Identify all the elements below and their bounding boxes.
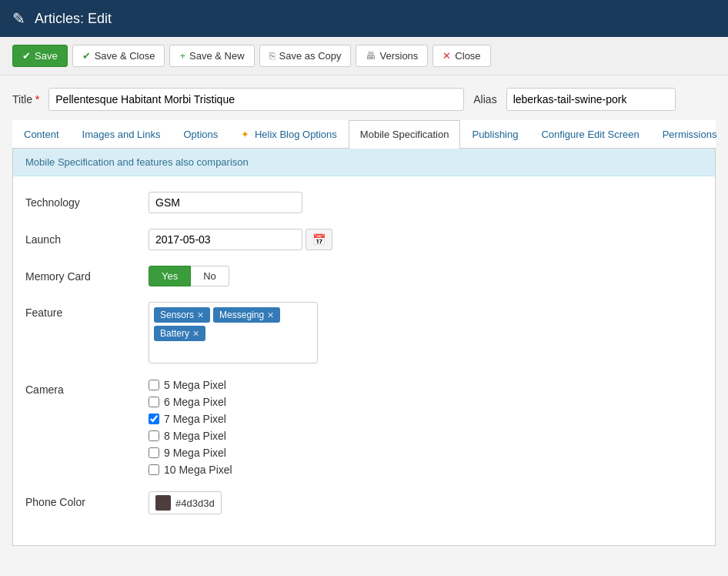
color-picker-button[interactable]: #4d3d3d [149,491,222,514]
panel: Mobile Specification and features also c… [12,149,716,546]
phone-color-row: Phone Color #4d3d3d [25,491,703,514]
feature-label: Feature [25,302,149,319]
save-new-label: Save & New [189,50,245,62]
tag-battery: Battery ✕ [154,326,205,341]
tab-mobile[interactable]: Mobile Specification [349,120,461,149]
memory-card-no-button[interactable]: No [191,266,229,286]
tabs: Content Images and Links Options ✦ Helix… [12,120,716,149]
launch-label: Launch [25,229,149,246]
page-title: Articles: Edit [35,11,112,27]
versions-button[interactable]: 🖶 Versions [356,45,428,67]
technology-input[interactable] [149,192,302,213]
close-button[interactable]: ✕ Close [432,45,490,67]
launch-row: Launch 📅 [25,229,703,250]
top-header: ✎ Articles: Edit [0,0,728,37]
camera-label: Camera [25,379,149,396]
versions-icon: 🖶 [366,50,376,62]
close-x-icon: ✕ [442,50,451,62]
camera-8mp-checkbox[interactable] [149,430,159,441]
tab-permissions[interactable]: Permissions [651,120,728,148]
camera-6mp[interactable]: 6 Mega Pixel [149,396,703,408]
tab-content[interactable]: Content [12,120,71,148]
content-area: Title * Alias Content Images and Links O… [0,75,728,558]
tag-battery-close[interactable]: ✕ [192,329,199,339]
calendar-button[interactable]: 📅 [306,229,332,250]
memory-card-yes-button[interactable]: Yes [149,266,191,286]
color-value: #4d3d3d [175,497,215,509]
save-label: Save [35,50,58,62]
save-copy-icon: ⎘ [269,50,276,62]
tab-images[interactable]: Images and Links [71,120,172,148]
save-copy-label: Save as Copy [279,50,342,62]
feature-row: Feature Sensors ✕ Messeging ✕ Battery [25,302,703,363]
tab-helix[interactable]: ✦ Helix Blog Options [229,120,349,148]
feature-box[interactable]: Sensors ✕ Messeging ✕ Battery ✕ [149,302,318,363]
technology-control [149,192,703,213]
feature-control: Sensors ✕ Messeging ✕ Battery ✕ [149,302,703,363]
save-close-check-icon: ✔ [82,50,91,62]
save-close-label: Save & Close [95,50,155,62]
tag-messeging: Messeging ✕ [213,307,280,323]
save-new-button[interactable]: + Save & New [169,45,254,67]
date-input-wrap: 📅 [149,229,703,250]
camera-row: Camera 5 Mega Pixel 6 Mega Pixel [25,379,703,476]
color-swatch [155,495,171,511]
edit-icon: ✎ [12,9,25,28]
memory-card-row: Memory Card Yes No [25,266,703,286]
memory-card-label: Memory Card [25,266,149,283]
camera-8mp[interactable]: 8 Mega Pixel [149,430,703,442]
camera-5mp-checkbox[interactable] [149,380,159,390]
panel-info: Mobile Specification and features also c… [13,149,715,176]
calendar-icon: 📅 [312,233,326,246]
title-input[interactable] [48,88,464,111]
tab-publishing[interactable]: Publishing [460,120,529,148]
launch-control: 📅 [149,229,703,250]
camera-10mp[interactable]: 10 Mega Pixel [149,464,703,476]
alias-input[interactable] [506,88,676,111]
panel-body: Technology Launch 📅 [13,176,715,545]
versions-label: Versions [379,50,418,62]
tag-messeging-close[interactable]: ✕ [267,310,274,320]
camera-9mp-checkbox[interactable] [149,447,159,458]
camera-5mp[interactable]: 5 Mega Pixel [149,379,703,391]
close-label: Close [455,50,480,62]
camera-checkbox-group: 5 Mega Pixel 6 Mega Pixel 7 Mega Pixel [149,379,703,476]
camera-7mp-checkbox[interactable] [149,414,159,424]
camera-control: 5 Mega Pixel 6 Mega Pixel 7 Mega Pixel [149,379,703,476]
tag-sensors-close[interactable]: ✕ [197,310,204,320]
tab-configure[interactable]: Configure Edit Screen [529,120,650,148]
save-new-plus-icon: + [179,50,185,62]
technology-row: Technology [25,192,703,213]
tab-options[interactable]: Options [172,120,229,148]
save-check-icon: ✔ [22,50,31,62]
camera-10mp-checkbox[interactable] [149,464,159,475]
memory-card-toggle: Yes No [149,266,229,286]
technology-label: Technology [25,192,149,209]
alias-label: Alias [473,93,496,105]
phone-color-control: #4d3d3d [149,491,703,514]
launch-date-input[interactable] [149,229,302,250]
save-button[interactable]: ✔ Save [12,45,68,67]
save-copy-button[interactable]: ⎘ Save as Copy [259,45,352,67]
phone-color-label: Phone Color [25,491,149,508]
memory-card-control: Yes No [149,266,703,286]
title-row: Title * Alias [12,88,716,111]
save-close-button[interactable]: ✔ Save & Close [72,45,165,67]
helix-icon: ✦ [241,129,249,140]
required-star: * [35,93,39,105]
camera-7mp[interactable]: 7 Mega Pixel [149,413,703,425]
toolbar: ✔ Save ✔ Save & Close + Save & New ⎘ Sav… [0,37,728,75]
camera-9mp[interactable]: 9 Mega Pixel [149,447,703,459]
title-label: Title * [12,93,39,105]
tag-sensors: Sensors ✕ [154,307,210,323]
camera-6mp-checkbox[interactable] [149,397,159,407]
